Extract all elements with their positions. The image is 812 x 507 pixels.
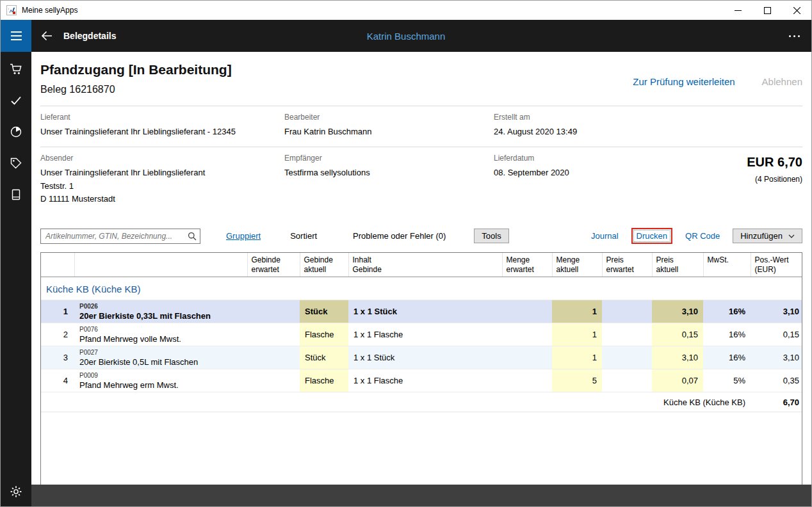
cell-preis-erwartet [602,323,652,346]
cell-pos-wert: 0,15 [751,323,802,346]
recipient-value: Testfirma sellysolutions [284,166,494,180]
cell-gebinde-erwartet [247,346,300,369]
article-code: P0026 [79,303,242,310]
cell-inhalt-gebinde: 1 x 1 Flasche [348,323,502,346]
article-code: P0027 [79,349,242,356]
add-button[interactable]: Hinzufügen [733,229,802,243]
table-header-row: Gebindeerwartet Gebindeaktuell InhaltGeb… [41,253,802,277]
cell-preis-aktuell[interactable]: 0,07 [652,369,703,392]
hamburger-menu-button[interactable] [1,20,31,52]
print-link[interactable]: Drucken [633,230,670,242]
sender-label: Absender [40,154,284,163]
appbar: Belegdetails Katrin Buschmann [1,20,811,52]
cell-menge-aktuell[interactable]: 1 [552,346,602,369]
forward-for-review-button[interactable]: Zur Prüfung weiterleiten [633,76,735,87]
user-name: Katrin Buschmann [1,31,811,42]
close-button[interactable] [782,1,811,20]
cell-menge-aktuell[interactable]: 5 [552,369,602,392]
cell-inhalt-gebinde: 1 x 1 Stück [348,300,502,323]
cell-preis-aktuell[interactable]: 3,10 [652,346,703,369]
back-button[interactable] [40,30,53,42]
hamburger-icon [11,31,22,33]
article-name: Pfand Mehrweg volle Mwst. [79,334,242,344]
cell-preis-erwartet [602,346,652,369]
gear-icon [10,485,22,498]
close-icon [793,7,800,14]
maximize-icon [764,7,771,14]
column-header: InhaltGebinde [348,253,502,277]
cell-gebinde-erwartet [247,300,300,323]
position-count: (4 Positionen) [747,175,802,184]
cell-preis-aktuell[interactable]: 3,10 [652,300,703,323]
sidebar-item-catalog[interactable] [1,188,31,202]
search-input[interactable] [40,229,200,244]
created-label: Erstellt am [494,113,660,122]
table-row[interactable]: 2 P0076 Pfand Mehrweg volle Mwst. Flasch… [41,323,802,346]
cell-mwst: 16% [703,346,751,369]
search-icon[interactable] [188,232,197,243]
column-header: MwSt. [703,253,751,277]
group-total-value: 6,70 [751,392,802,412]
reject-button[interactable]: Ablehnen [762,76,802,87]
table-row[interactable]: 3 P0027 20er Bierkiste 0,5L mit Flaschen… [41,346,802,369]
qr-code-link[interactable]: QR Code [685,231,720,241]
cell-gebinde-aktuell[interactable]: Stück [300,346,348,369]
cell-article: P0027 20er Bierkiste 0,5L mit Flaschen [74,346,247,369]
cell-row-number: 4 [41,369,74,392]
delivery-date-value: 08. September 2020 [494,166,660,180]
editor-value: Frau Katrin Buschmann [284,125,494,139]
cell-gebinde-aktuell[interactable]: Flasche [300,369,348,392]
tools-button[interactable]: Tools [474,229,508,243]
table-row[interactable]: 1 P0026 20er Bierkiste 0,33L mit Flasche… [41,300,802,323]
document-total: EUR 6,70 [747,155,802,170]
cell-gebinde-aktuell[interactable]: Flasche [300,323,348,346]
journal-link[interactable]: Journal [591,231,619,241]
problems-errors-toggle[interactable]: Probleme oder Fehler (0) [353,231,446,241]
check-icon [10,94,22,107]
cell-inhalt-gebinde: 1 x 1 Stück [348,346,502,369]
cell-menge-erwartet [502,346,552,369]
cell-article: P0026 20er Bierkiste 0,33L mit Flaschen [74,300,247,323]
cell-preis-aktuell[interactable]: 0,15 [652,323,703,346]
sidebar-item-tags[interactable] [1,156,31,170]
column-header: Mengeerwartet [502,253,552,277]
sidebar-item-statistics[interactable] [1,125,31,139]
cell-row-number: 1 [41,300,74,323]
sender-name: Unser Trainingslieferant Ihr Lieblingsli… [40,166,284,180]
cell-gebinde-erwartet [247,323,300,346]
column-header: Preiserwartet [602,253,652,277]
minimize-button[interactable] [723,1,752,20]
sidebar [1,52,31,506]
maximize-button[interactable] [752,1,782,20]
cell-gebinde-aktuell[interactable]: Stück [300,300,348,323]
app-icon [6,5,17,15]
article-name: Pfand Mehrweg erm Mwst. [79,380,242,390]
positions-table: Gebindeerwartet Gebindeaktuell InhaltGeb… [40,252,802,485]
article-name: 20er Bierkiste 0,5L mit Flaschen [79,357,242,367]
cell-row-number: 3 [41,346,74,369]
recipient-label: Empfänger [284,154,494,163]
article-code: P0076 [79,326,242,333]
cell-menge-aktuell[interactable]: 1 [552,300,602,323]
sorted-toggle[interactable]: Sortiert [290,231,317,241]
sender-city: D 11111 Musterstadt [40,193,284,206]
cell-article: P0076 Pfand Mehrweg volle Mwst. [74,323,247,346]
delivery-date-label: Lieferdatum [494,154,660,163]
cell-menge-aktuell[interactable]: 1 [552,323,602,346]
supplier-value: Unser Trainingslieferant Ihr Lieblingsli… [40,125,284,139]
table-row[interactable]: 4 P0009 Pfand Mehrweg erm Mwst. Flasche … [41,369,802,392]
cell-menge-erwartet [502,300,552,323]
sidebar-item-settings[interactable] [1,485,31,499]
cell-pos-wert: 0,35 [751,369,802,392]
cell-menge-erwartet [502,369,552,392]
sidebar-item-tasks[interactable] [1,93,31,108]
cell-inhalt-gebinde: 1 x 1 Flasche [348,369,502,392]
column-header [41,253,74,277]
more-options-button[interactable] [789,20,800,52]
sidebar-item-cart[interactable] [1,62,31,76]
cart-icon [10,63,22,76]
minimize-icon [735,7,742,14]
grouped-toggle[interactable]: Gruppiert [226,231,261,241]
app-window: Meine sellyApps Belegdetails Katrin Busc… [0,0,812,507]
back-arrow-icon [40,30,53,42]
